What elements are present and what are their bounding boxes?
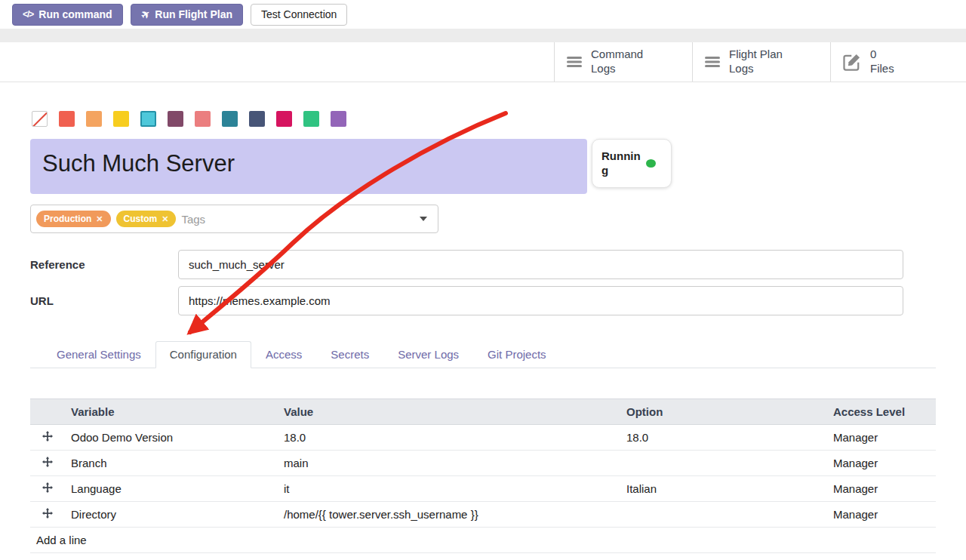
code-icon: </> — [23, 9, 33, 20]
configuration-table: Variable Value Option Access Level Odoo … — [30, 398, 936, 553]
tags-placeholder: Tags — [181, 213, 205, 226]
cell-variable: Directory — [65, 502, 278, 528]
files-count: 0 — [870, 48, 876, 60]
color-swatch[interactable] — [113, 111, 129, 127]
color-swatch[interactable] — [276, 111, 292, 127]
color-swatch[interactable] — [168, 111, 183, 127]
cell-value: main — [278, 451, 620, 476]
list-icon — [567, 57, 582, 67]
flight-plan-logs-button[interactable]: Flight Plan Logs — [692, 42, 830, 82]
cell-value: it — [278, 476, 620, 502]
edit-icon — [843, 53, 861, 71]
remove-tag-icon[interactable]: ✕ — [96, 214, 103, 224]
cell-access: Manager — [827, 451, 936, 476]
files-button[interactable]: 0 Files — [830, 42, 966, 82]
reference-label: Reference — [30, 258, 178, 271]
color-palette — [32, 111, 936, 127]
files-label: Files — [870, 62, 894, 75]
tab-secrets[interactable]: Secrets — [316, 341, 383, 368]
main-content: Such Much Server Running Production ✕ Cu… — [0, 111, 966, 553]
server-name-field[interactable]: Such Much Server — [30, 139, 587, 194]
run-flight-plan-label: Run Flight Plan — [155, 8, 232, 20]
column-header-option[interactable]: Option — [620, 399, 827, 425]
drag-handle-icon[interactable] — [42, 508, 53, 518]
test-connection-label: Test Connection — [261, 8, 337, 20]
tags-select[interactable]: Production ✕ Custom ✕ Tags — [30, 205, 438, 233]
cell-access: Manager — [827, 502, 936, 528]
tab-server-logs[interactable]: Server Logs — [383, 341, 473, 368]
color-swatch[interactable] — [195, 111, 211, 127]
color-swatch[interactable] — [222, 111, 238, 127]
drag-handle-icon[interactable] — [42, 482, 53, 493]
flight-plan-logs-label: Flight Plan Logs — [729, 48, 795, 76]
color-swatch-none[interactable] — [32, 111, 48, 127]
column-header-access[interactable]: Access Level — [827, 399, 936, 425]
top-divider-band — [0, 29, 966, 42]
tab-access[interactable]: Access — [251, 341, 316, 368]
tag-production[interactable]: Production ✕ — [36, 211, 111, 227]
command-logs-button[interactable]: Command Logs — [554, 42, 692, 82]
list-icon — [705, 57, 720, 67]
handle-column-header — [30, 399, 65, 425]
color-swatch[interactable] — [303, 111, 319, 127]
color-swatch-selected[interactable] — [140, 111, 156, 127]
run-command-label: Run command — [38, 8, 112, 20]
url-label: URL — [30, 294, 178, 307]
table-row[interactable]: Language it Italian Manager — [30, 476, 936, 502]
status-dot-icon — [646, 159, 656, 168]
drag-handle-icon[interactable] — [42, 457, 53, 467]
url-input[interactable] — [178, 286, 903, 315]
add-line-row[interactable]: Add a line — [30, 528, 936, 553]
table-row[interactable]: Odoo Demo Version 18.0 18.0 Manager — [30, 425, 936, 451]
test-connection-button[interactable]: Test Connection — [251, 4, 347, 26]
tab-general-settings[interactable]: General Settings — [42, 341, 155, 368]
color-swatch[interactable] — [59, 111, 75, 127]
remove-tag-icon[interactable]: ✕ — [162, 214, 168, 224]
column-header-variable[interactable]: Variable — [65, 399, 278, 425]
cell-variable: Branch — [65, 451, 278, 476]
cell-option: 18.0 — [620, 425, 827, 451]
plane-icon: ✈ — [138, 7, 152, 22]
cell-access: Manager — [827, 425, 936, 451]
color-swatch[interactable] — [86, 111, 102, 127]
column-header-value[interactable]: Value — [278, 399, 620, 425]
tab-bar: General Settings Configuration Access Se… — [30, 341, 936, 368]
cell-value: 18.0 — [278, 425, 620, 451]
reference-input[interactable] — [178, 250, 903, 279]
run-command-button[interactable]: </> Run command — [12, 4, 123, 26]
cell-value: /home/{{ tower.server.ssh_username }} — [278, 502, 620, 528]
color-swatch[interactable] — [249, 111, 265, 127]
chevron-down-icon[interactable] — [420, 217, 427, 221]
cell-option — [620, 502, 827, 528]
tab-configuration[interactable]: Configuration — [155, 341, 251, 368]
table-header-row: Variable Value Option Access Level — [30, 399, 936, 425]
cell-variable: Language — [65, 476, 278, 502]
table-row[interactable]: Branch main Manager — [30, 451, 936, 476]
status-label: Running — [601, 149, 641, 178]
run-flight-plan-button[interactable]: ✈ Run Flight Plan — [131, 4, 243, 26]
tag-label: Custom — [124, 214, 158, 224]
stats-header: Command Logs Flight Plan Logs 0 Files — [0, 42, 966, 82]
tab-git-projects[interactable]: Git Projects — [473, 341, 561, 368]
cell-option: Italian — [620, 476, 827, 502]
color-swatch[interactable] — [331, 111, 346, 127]
add-line-link[interactable]: Add a line — [30, 528, 936, 553]
cell-variable: Odoo Demo Version — [65, 425, 278, 451]
tag-custom[interactable]: Custom ✕ — [116, 211, 177, 227]
tag-label: Production — [44, 214, 91, 224]
cell-option — [620, 451, 827, 476]
drag-handle-icon[interactable] — [42, 431, 53, 442]
top-toolbar: </> Run command ✈ Run Flight Plan Test C… — [0, 0, 966, 29]
command-logs-label: Command Logs — [591, 48, 657, 76]
table-row[interactable]: Directory /home/{{ tower.server.ssh_user… — [30, 502, 936, 528]
cell-access: Manager — [827, 476, 936, 502]
status-button[interactable]: Running — [592, 139, 672, 188]
